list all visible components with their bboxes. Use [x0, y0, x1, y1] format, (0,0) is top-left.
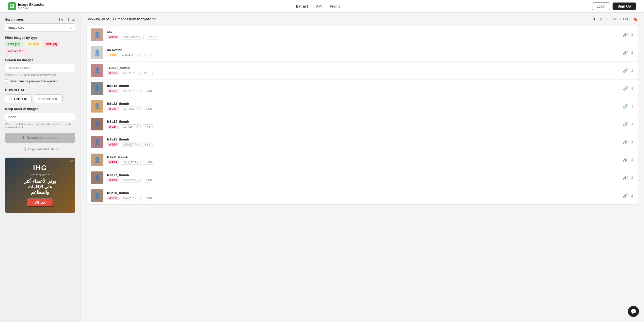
filter-tag-jpeg[interactable]: JPEG (2) [24, 42, 42, 47]
main-content: Showing 48 of 138 images from thotporn.t… [80, 13, 644, 322]
download-btn-label: Download selected [27, 136, 59, 140]
link-icon[interactable]: 🔗 [623, 86, 628, 91]
filter-tag-webp[interactable]: WEBP (115) [5, 49, 27, 54]
image-dimensions: 297×267 PX [121, 124, 141, 129]
keep-order-label: Keep order of images [5, 107, 75, 111]
download-icon[interactable]: ⬇ [630, 158, 634, 162]
image-type-badge: WEBP [107, 178, 119, 182]
sort-direction: Big → Small [59, 18, 75, 21]
image-info: fc8a11_thumb WEBP 245×297 PX 8 KB [107, 137, 619, 147]
filter-tag-png[interactable]: PNG (12) [5, 42, 23, 47]
image-actions: 🔗 ⬇ [623, 68, 634, 73]
table-row: 👤 fc8a3f_thumb WEBP 244×297 PX 14 KB 🔗 ⬇ [87, 151, 638, 169]
image-list: 👤 447 WEBP 1080×1080 PX 112 KB 🔗 ⬇ 👤 no-… [87, 26, 638, 205]
pagination-view: 1 2 3 GRID LIST 🔖 [592, 17, 638, 22]
download-selected-button[interactable]: ⬇ Download selected [5, 133, 75, 143]
download-icon[interactable]: ⬇ [630, 140, 634, 145]
image-filesize: 112 KB [145, 35, 159, 40]
sort-select[interactable]: Image size [5, 23, 75, 32]
image-info: fc8a23_thumb WEBP 297×267 PX 7 KB [107, 120, 619, 129]
image-meta: WEBP 245×297 PX 8 KB [107, 142, 619, 147]
link-icon[interactable]: 🔗 [623, 104, 628, 109]
page-1[interactable]: 1 [592, 17, 597, 22]
link-icon[interactable]: 🔗 [623, 193, 628, 198]
image-filesize: 11 KB [142, 178, 154, 183]
download-icon: ⬇ [22, 136, 25, 140]
header: 🖼 Image Extractor 3.2 Beta Extract API P… [0, 0, 644, 13]
invert-background-checkbox[interactable] [5, 80, 8, 83]
filter-label: Filter images by type [5, 36, 75, 40]
login-button[interactable]: Login [592, 3, 610, 10]
image-thumbnail: 👤 [91, 100, 103, 113]
download-icon[interactable]: ⬇ [630, 32, 634, 37]
invert-row: Invert image preview background [5, 79, 75, 83]
signup-button[interactable]: Sign Up [613, 3, 636, 10]
ad-text: يوفر الأعضاء أكثر على الإقامات والمطاعم [24, 178, 56, 195]
image-filesize: 8 KB [142, 142, 153, 147]
search-input[interactable] [5, 64, 75, 72]
download-icon[interactable]: ⬇ [630, 104, 634, 109]
source-domain: thotporn.tv [137, 17, 156, 21]
download-icon[interactable]: ⬇ [630, 68, 634, 73]
nav-api[interactable]: API [316, 4, 322, 8]
download-icon[interactable]: ⬇ [630, 86, 634, 91]
image-name: fc8a11_thumb [107, 137, 619, 141]
download-icon[interactable]: ⬇ [630, 50, 634, 55]
nav-pricing[interactable]: Pricing [330, 4, 341, 8]
deselect-all-button[interactable]: ○ Deselect all [34, 94, 63, 103]
image-meta: WEBP 1080×1080 PX 112 KB [107, 35, 619, 40]
image-actions: 🔗 ⬇ [623, 104, 634, 109]
image-type-badge: JPEG [107, 53, 118, 57]
showing-text: Showing 48 of 138 images from thotporn.t… [87, 17, 156, 21]
image-thumbnail: 👤 [91, 118, 103, 130]
image-thumbnail: 👤 [91, 28, 103, 41]
image-info: 142017_thumb WEBP 297×297 PX 9 KB [107, 66, 619, 75]
download-icon[interactable]: ⬇ [630, 122, 634, 127]
download-icon[interactable]: ⬇ [630, 175, 634, 180]
main-nav: Extract API Pricing [296, 4, 341, 8]
page-3[interactable]: 3 [605, 17, 610, 22]
download-icon[interactable]: ⬇ [630, 193, 634, 198]
deselect-icon: ○ [38, 97, 40, 101]
table-row: 👤 fc8a11_thumb WEBP 245×297 PX 8 KB 🔗 ⬇ [87, 133, 638, 151]
image-actions: 🔗 ⬇ [623, 50, 634, 55]
sort-select-wrapper: Image size [5, 23, 75, 32]
copy-urls-button[interactable]: 📋 Copy selected URLs [5, 145, 75, 154]
table-row: 👤 no-avatar JPEG 400×400 PX 7 KB 🔗 ⬇ [87, 44, 638, 62]
table-row: 👤 fc8a20_thumb WEBP 234×297 PX 11 KB 🔗 ⬇ [87, 187, 638, 204]
chat-bubble[interactable]: 💬 [628, 306, 639, 317]
image-dimensions: 297×275 PX [121, 106, 141, 111]
table-row: 👤 fc8a27_thumb WEBP 234×297 PX 11 KB 🔗 ⬇ [87, 169, 638, 187]
image-dimensions: 1080×1080 PX [121, 35, 144, 40]
header-actions: Login Sign Up [592, 3, 636, 10]
image-info: 447 WEBP 1080×1080 PX 112 KB [107, 30, 619, 40]
link-icon[interactable]: 🔗 [623, 122, 628, 127]
image-filesize: 14 KB [142, 160, 154, 165]
image-thumbnail: 👤 [91, 189, 103, 202]
nav-extract[interactable]: Extract [296, 4, 308, 8]
order-select-wrapper: None [5, 113, 75, 121]
order-hint: When enabled, a numeric prefix will be a… [5, 123, 75, 129]
image-name: 447 [107, 30, 619, 34]
filter-tag-svg[interactable]: SVG (9) [44, 42, 59, 47]
link-icon[interactable]: 🔗 [623, 175, 628, 180]
image-actions: 🔗 ⬇ [623, 158, 634, 162]
grid-view-button[interactable]: GRID [613, 17, 621, 21]
link-icon[interactable]: 🔗 [623, 140, 628, 145]
link-icon[interactable]: 🔗 [623, 50, 628, 55]
link-icon[interactable]: 🔗 [623, 158, 628, 162]
order-select[interactable]: None [5, 113, 75, 121]
image-thumbnail: 👤 [91, 82, 103, 95]
link-icon[interactable]: 🔗 [623, 68, 628, 73]
image-dimensions: 294×297 PX [121, 89, 141, 93]
ad-cta-button[interactable]: احجز الآن [27, 198, 53, 207]
bookmark-icon[interactable]: 🔖 [633, 17, 638, 22]
select-all-button[interactable]: ⊙ Select all [5, 94, 32, 103]
link-icon[interactable]: 🔗 [623, 32, 628, 37]
chat-icon: 💬 [630, 308, 637, 314]
image-thumbnail: 👤 [91, 154, 103, 166]
page-2[interactable]: 2 [598, 17, 603, 22]
invert-label: Invert image preview background [10, 79, 59, 83]
list-view-button[interactable]: LIST [623, 17, 630, 21]
image-meta: WEBP 234×297 PX 11 KB [107, 196, 619, 200]
